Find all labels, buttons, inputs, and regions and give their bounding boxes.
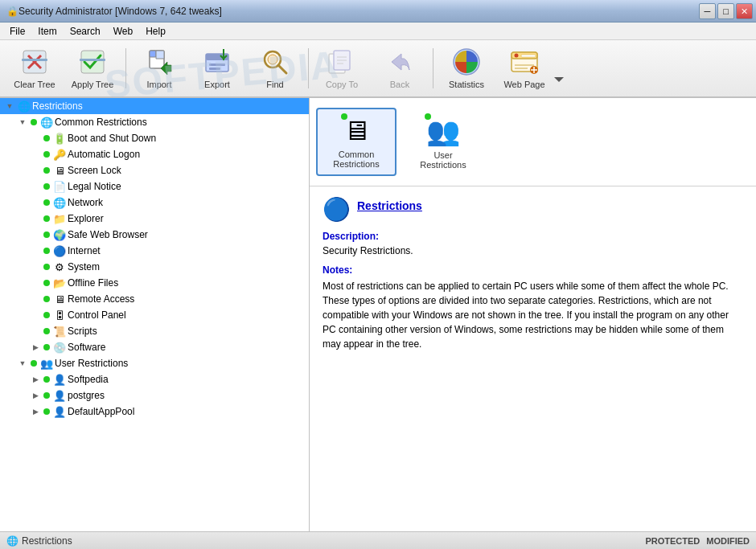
main-content: ▼ 🌐 Restrictions ▼ 🌐 Common Restrictions… [0,98,756,531]
expand-network[interactable] [29,196,42,209]
tree-scripts[interactable]: 📜 Scripts [0,323,309,339]
expand-explorer[interactable] [29,212,42,225]
tree-software[interactable]: ▶ 💿 Software [0,339,309,355]
tree-safebrowser-label: Safe Web Browser [68,229,148,240]
expand-autologon[interactable] [29,148,42,161]
menu-help[interactable]: Help [139,24,172,39]
expand-common[interactable]: ▼ [16,116,29,129]
offlinefiles-icon: 📂 [53,277,66,289]
expand-safebrowser[interactable] [29,228,42,241]
expand-defaultapppool[interactable]: ▶ [29,405,42,418]
tree-autologon[interactable]: 🔑 Automatic Logon [0,146,309,162]
menu-web[interactable]: Web [107,24,139,39]
copy-to-label: Copy To [326,80,358,89]
boot-icon: 🔋 [53,132,66,145]
common-restrictions-card[interactable]: 🖥 CommonRestrictions [316,108,396,176]
expand-user-restrictions[interactable]: ▼ [16,357,29,370]
dot-postgres [43,392,50,399]
window-controls[interactable]: ─ □ ✕ [699,3,753,19]
tree-controlpanel-label: Control Panel [68,309,126,321]
find-button[interactable]: Find [247,43,303,94]
export-button[interactable]: Export [189,43,245,94]
softpedia-user-icon: 👤 [53,373,66,386]
expand-softpedia[interactable]: ▶ [29,373,42,386]
tree-scripts-label: Scripts [68,326,97,337]
menu-file[interactable]: File [3,24,31,39]
import-button[interactable]: Import [131,43,187,94]
dot-network [43,199,50,206]
tree-boot[interactable]: 🔋 Boot and Shut Down [0,130,309,146]
copy-to-button[interactable]: Copy To [314,43,370,94]
tree-autologon-label: Automatic Logon [68,149,140,160]
tree-defaultapppool-user[interactable]: ▶ 👤 DefaultAppPool [0,404,309,420]
menu-item[interactable]: Item [31,24,63,39]
tree-internet[interactable]: 🔵 Internet [0,243,309,259]
expand-remoteaccess[interactable] [29,293,42,305]
tree-controlpanel[interactable]: 🎛 Control Panel [0,307,309,323]
expand-offlinefiles[interactable] [29,277,42,289]
tree-common-label: Common Restrictions [55,117,147,128]
expand-internet[interactable] [29,244,42,257]
import-label: Import [146,80,171,89]
tree-postgres-user[interactable]: ▶ 👤 postgres [0,387,309,404]
expand-controlpanel[interactable] [29,309,42,322]
web-page-button[interactable]: Web Page [496,43,553,94]
expand-postgres[interactable]: ▶ [29,389,42,402]
tree-user-restrictions[interactable]: ▼ 👥 User Restrictions [0,355,309,371]
dot-controlpanel [43,312,50,318]
dot-explorer [43,215,50,222]
title-text: Security Administrator [Windows 7, 642 t… [18,6,222,17]
tree-offlinefiles[interactable]: 📂 Offline Files [0,275,309,291]
apply-tree-button[interactable]: Apply Tree [64,43,121,94]
icon-panel: 🖥 CommonRestrictions 👥 UserRestrictions [310,98,756,186]
dot-legalnotice [43,183,50,190]
back-button[interactable]: Back [372,43,428,94]
expand-root[interactable]: ▼ [3,100,16,113]
find-icon [261,47,290,76]
tree-remoteaccess[interactable]: 🖥 Remote Access [0,291,309,307]
notes-label: Notes: [323,264,743,276]
tree-offlinefiles-label: Offline Files [68,277,118,289]
tree-network[interactable]: 🌐 Network [0,195,309,211]
tree-common-restrictions[interactable]: ▼ 🌐 Common Restrictions [0,114,309,130]
restrictions-icon: 🌐 [18,100,31,113]
dot-remoteaccess [43,296,50,302]
minimize-button[interactable]: ─ [699,3,716,19]
user-restrictions-card[interactable]: 👥 UserRestrictions [403,108,483,176]
statistics-button[interactable]: Statistics [438,43,495,94]
expand-system[interactable] [29,260,42,273]
dot-screenlock [43,167,50,174]
expand-legalnotice[interactable] [29,180,42,193]
dot-common [31,119,37,125]
maximize-button[interactable]: □ [717,3,734,19]
close-button[interactable]: ✕ [736,3,753,19]
tree-root-restrictions[interactable]: ▼ 🌐 Restrictions [0,98,309,114]
tree-root-label: Restrictions [32,100,83,112]
svg-point-23 [515,54,519,58]
statistics-label: Statistics [449,80,484,89]
expand-scripts[interactable] [29,325,42,338]
tree-screenlock[interactable]: 🖥 Screen Lock [0,162,309,178]
explorer-icon: 📁 [53,212,66,225]
screenlock-icon: 🖥 [53,164,66,177]
menu-search[interactable]: Search [64,24,107,39]
apply-tree-icon [78,47,107,76]
tree-panel[interactable]: ▼ 🌐 Restrictions ▼ 🌐 Common Restrictions… [0,98,310,531]
dot-safebrowser [43,231,50,238]
desc-panel: 🔵 Restrictions Description: Security Res… [310,186,756,531]
tree-explorer[interactable]: 📁 Explorer [0,211,309,227]
status-protected: PROTECTED [645,536,700,546]
status-right: PROTECTED MODIFIED [645,536,750,546]
expand-software[interactable]: ▶ [29,341,42,354]
dot-software [43,344,50,350]
expand-screenlock[interactable] [29,164,42,177]
clear-tree-button[interactable]: Clear Tree [6,43,63,94]
tree-legalnotice[interactable]: 📄 Legal Notice [0,178,309,195]
tree-remoteaccess-label: Remote Access [68,293,134,305]
tree-safebrowser[interactable]: 🌍 Safe Web Browser [0,227,309,243]
expand-boot[interactable] [29,132,42,145]
desc-panel-icon: 🔵 [323,196,351,223]
back-label: Back [390,80,409,89]
tree-system[interactable]: ⚙ System [0,259,309,275]
tree-softpedia-user[interactable]: ▶ 👤 Softpedia [0,371,309,387]
